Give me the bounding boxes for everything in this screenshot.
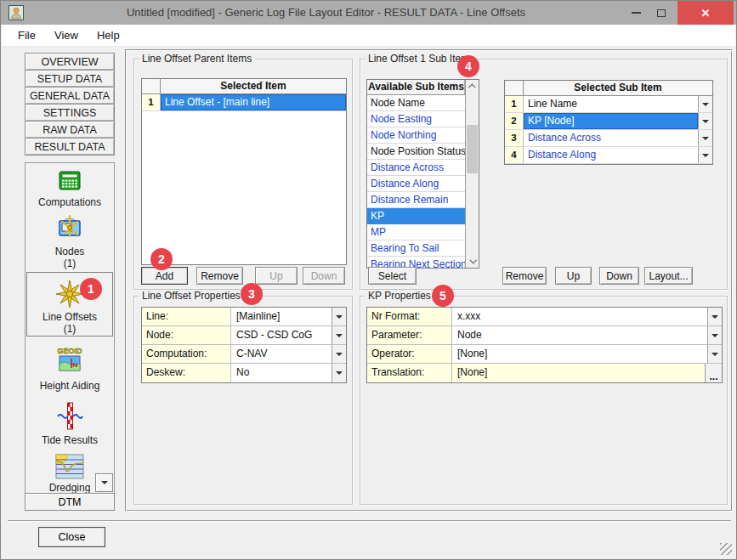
sub-item-combobox[interactable]: Line Name <box>524 96 698 112</box>
list-item[interactable]: Distance Remain <box>367 192 465 208</box>
sidebar-item-settings[interactable]: SETTINGS <box>25 104 115 122</box>
scrollbar-thumb[interactable] <box>467 125 478 173</box>
tool-label: Tide Results <box>26 434 114 446</box>
dropdown-button[interactable] <box>332 345 346 363</box>
title-bar[interactable]: Untitled [modified] - Generic Log File L… <box>1 1 736 25</box>
sub-item-combobox[interactable]: KP [Node] <box>524 113 698 129</box>
remove-button[interactable]: Remove <box>196 267 243 285</box>
translation-field[interactable]: [None] <box>452 364 705 382</box>
down-button[interactable]: Down <box>303 267 345 285</box>
bottom-divider <box>8 520 731 522</box>
table-row-selected[interactable]: 2 KP [Node] <box>505 113 712 130</box>
parent-items-table[interactable]: Selected Item 1 Line Offset - [main line… <box>141 78 347 265</box>
dropdown-button[interactable] <box>698 96 712 112</box>
operator-combobox[interactable]: [None] <box>452 345 707 363</box>
table-row[interactable]: 1 Line Name <box>505 96 712 113</box>
property-label: Line: <box>142 308 231 325</box>
up-sub-item-button[interactable]: Up <box>555 267 592 285</box>
tool-height-aiding[interactable]: GEOID N Height Aiding <box>26 345 114 392</box>
menu-bar: File View Help <box>2 25 735 47</box>
property-row: Line: [Mainline] <box>142 308 346 326</box>
tool-line-offsets-selected[interactable]: Line Offsets (1) 1 <box>26 272 113 337</box>
tool-list-dropdown-button[interactable] <box>95 473 113 492</box>
browse-ellipsis-button[interactable]: ... <box>705 364 722 382</box>
sub-item-combobox[interactable]: Distance Along <box>524 147 698 163</box>
chevron-down-icon <box>711 353 718 359</box>
menu-file[interactable]: File <box>9 29 45 42</box>
dropdown-button[interactable] <box>332 326 346 344</box>
table-row[interactable]: 1 Line Offset - [main line] <box>142 94 346 111</box>
dredging-profile-icon <box>54 454 85 479</box>
scroll-down-button[interactable] <box>466 254 479 268</box>
table-row[interactable]: 3 Distance Across <box>505 130 712 147</box>
list-item[interactable]: MP <box>367 224 465 240</box>
list-item[interactable]: Node Northing <box>367 127 465 144</box>
sidebar-item-setup-data[interactable]: SETUP DATA <box>25 70 115 88</box>
table-header-row: Selected Sub Item <box>505 81 712 96</box>
chevron-down-icon <box>336 353 343 359</box>
dropdown-button[interactable] <box>698 147 712 163</box>
up-button[interactable]: Up <box>255 267 298 285</box>
remove-sub-item-button[interactable]: Remove <box>502 267 547 285</box>
close-button[interactable]: Close <box>38 527 105 547</box>
menu-view[interactable]: View <box>45 29 88 42</box>
group-title: Line Offset Properties <box>139 290 244 302</box>
list-item[interactable]: Distance Across <box>367 160 465 176</box>
minimize-button[interactable] <box>623 1 649 25</box>
computation-combobox[interactable]: C-NAV <box>231 345 332 363</box>
tool-computations[interactable]: Computations <box>26 168 114 208</box>
list-item[interactable]: Node Position Status <box>367 144 465 160</box>
application-window: Untitled [modified] - Generic Log File L… <box>0 0 737 560</box>
menu-help[interactable]: Help <box>88 29 129 42</box>
parent-item-value[interactable]: Line Offset - [main line] <box>161 94 346 110</box>
line-combobox[interactable]: [Mainline] <box>231 308 332 325</box>
resize-grip[interactable] <box>720 543 732 555</box>
chevron-down-icon <box>711 315 718 322</box>
node-combobox[interactable]: CSD - CSD CoG <box>231 326 332 344</box>
list-item[interactable]: Bearing To Sail <box>367 240 465 257</box>
list-item[interactable]: Node Easting <box>367 111 465 127</box>
dropdown-button[interactable] <box>707 345 722 363</box>
vertical-scrollbar[interactable] <box>465 80 479 268</box>
tool-count: (1) <box>27 323 112 335</box>
parameter-combobox[interactable]: Node <box>452 326 707 344</box>
list-item-selected[interactable]: KP <box>367 208 465 224</box>
annotation-badge-2: 2 <box>150 248 173 270</box>
chevron-down-icon <box>336 371 343 378</box>
property-row: Nr Format: x.xxx <box>367 308 722 326</box>
scroll-up-button[interactable] <box>466 80 479 93</box>
sidebar-item-result-data[interactable]: RESULT DATA <box>25 138 115 156</box>
select-button[interactable]: Select <box>368 267 417 285</box>
dropdown-button[interactable] <box>707 308 722 325</box>
kp-properties-group: KP Properties 5 Nr Format: x.xxx Paramet… <box>360 296 728 505</box>
dtm-button[interactable]: DTM <box>25 493 115 511</box>
property-row: Deskew: No <box>142 364 346 382</box>
list-item[interactable]: Node Name <box>367 95 465 111</box>
sub-item-combobox[interactable]: Distance Across <box>524 130 698 146</box>
property-label: Operator: <box>367 345 452 363</box>
property-row: Parameter: Node <box>367 326 722 345</box>
close-window-button[interactable]: ✕ <box>677 1 734 25</box>
property-row: Operator: [None] <box>367 345 722 364</box>
sidebar-item-raw-data[interactable]: RAW DATA <box>25 121 115 139</box>
maximize-button[interactable] <box>649 1 674 25</box>
sidebar-item-overview[interactable]: OVERVIEW <box>25 53 115 71</box>
dropdown-button[interactable] <box>698 130 712 146</box>
tool-tide-results[interactable]: Tide Results <box>26 401 114 446</box>
sidebar-nav: OVERVIEW SETUP DATA GENERAL DATA SETTING… <box>25 54 115 156</box>
available-sub-items-list[interactable]: Available Sub Items Node Name Node Easti… <box>366 79 479 269</box>
list-item[interactable]: Distance Along <box>367 176 465 192</box>
dropdown-button[interactable] <box>332 308 346 325</box>
dropdown-button[interactable] <box>332 364 346 382</box>
dropdown-button[interactable] <box>698 113 712 129</box>
dropdown-button[interactable] <box>707 326 722 344</box>
table-row[interactable]: 4 Distance Along <box>505 147 712 164</box>
app-icon[interactable] <box>9 5 24 20</box>
nr-format-combobox[interactable]: x.xxx <box>452 308 707 325</box>
sidebar-item-general-data[interactable]: GENERAL DATA <box>25 87 115 105</box>
tool-nodes[interactable]: Nodes (1) <box>26 214 114 269</box>
down-sub-item-button[interactable]: Down <box>599 267 639 285</box>
layout-button[interactable]: Layout... <box>644 267 693 285</box>
selected-sub-items-table[interactable]: Selected Sub Item 1 Line Name 2 KP [Node… <box>504 80 713 165</box>
deskew-combobox[interactable]: No <box>231 364 332 382</box>
